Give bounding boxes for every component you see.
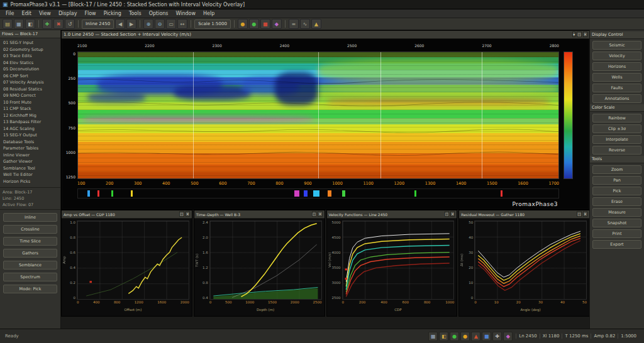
panel-window-button[interactable]: □ bbox=[179, 211, 184, 217]
flow-item[interactable]: 13 Bandpass Filter bbox=[1, 119, 59, 126]
panel-header[interactable]: Time–Depth — Well B-3 □✕ bbox=[194, 210, 325, 219]
velocity-section-heatmap[interactable] bbox=[77, 52, 559, 179]
panel-window-button[interactable]: □ bbox=[445, 211, 450, 217]
flow-item[interactable]: 15 SEG-Y Output bbox=[1, 132, 59, 139]
flow-item[interactable]: 02 Geometry Setup bbox=[1, 46, 59, 53]
status-icon-button[interactable]: ◧ bbox=[439, 332, 448, 341]
toolbar-button[interactable]: ▲ bbox=[311, 19, 321, 29]
view-mode-button[interactable]: Inline bbox=[3, 213, 57, 222]
status-icon-button[interactable]: ✚ bbox=[492, 332, 502, 341]
view-mode-button[interactable]: Spectrum bbox=[3, 273, 57, 281]
panel-window-button[interactable]: ✕ bbox=[450, 211, 455, 217]
flow-item[interactable]: 03 Trace Edits bbox=[1, 53, 59, 60]
toolbar-button[interactable]: ∿ bbox=[300, 19, 310, 29]
status-icon-button[interactable]: ● bbox=[460, 332, 470, 341]
menu-item[interactable]: Edit bbox=[18, 9, 35, 18]
layer-toggle-button[interactable]: Seismic bbox=[592, 41, 641, 50]
panel-window-button[interactable]: □ bbox=[577, 31, 582, 37]
flow-item[interactable]: Inline Viewer bbox=[1, 152, 59, 159]
chart-area[interactable] bbox=[474, 220, 587, 300]
toolbar-button[interactable]: ✖ bbox=[53, 19, 64, 29]
layer-toggle-button[interactable]: Annotations bbox=[592, 94, 641, 103]
toolbar-button[interactable]: ⊖ bbox=[155, 19, 165, 29]
view-mode-button[interactable]: Time Slice bbox=[3, 237, 57, 246]
toolbar-button[interactable]: ⊕ bbox=[143, 19, 153, 29]
menu-item[interactable]: View bbox=[35, 9, 55, 18]
tool-button[interactable]: Pan bbox=[592, 176, 641, 185]
status-icon-button[interactable]: ▦ bbox=[428, 332, 438, 341]
toolbar-button[interactable]: ≡ bbox=[289, 19, 299, 29]
flow-item[interactable]: Horizon Picks bbox=[1, 178, 59, 185]
section-panel-header[interactable]: 1.0 Line 2450 — Stacked Section + Interv… bbox=[62, 31, 589, 39]
flow-item[interactable]: 11 CMP Stack bbox=[1, 106, 59, 112]
chart-area[interactable] bbox=[342, 220, 455, 300]
color-scale-button[interactable]: Rainbow bbox=[592, 114, 641, 122]
flow-item[interactable]: Parameter Tables bbox=[1, 145, 59, 152]
panel-header[interactable]: Residual Moveout — Gather 1180 □✕ bbox=[459, 210, 589, 219]
toolbar-button[interactable]: ▤ bbox=[3, 19, 13, 29]
flow-item[interactable]: Semblance Tool bbox=[1, 165, 59, 172]
toolbar-button[interactable]: ◀ bbox=[115, 19, 125, 29]
panel-window-button[interactable]: ▾ bbox=[572, 31, 575, 37]
flow-item[interactable]: 05 Deconvolution bbox=[1, 66, 59, 73]
layer-toggle-button[interactable]: Velocity bbox=[592, 52, 641, 60]
toolbar-button[interactable]: ● bbox=[249, 19, 259, 29]
menu-item[interactable]: Options bbox=[145, 9, 172, 18]
menu-item[interactable]: Help bbox=[199, 9, 218, 18]
layer-toggle-button[interactable]: Faults bbox=[592, 84, 641, 92]
flow-item[interactable]: 07 Velocity Analysis bbox=[1, 79, 59, 86]
panel-window-button[interactable]: □ bbox=[577, 211, 582, 217]
tool-button[interactable]: Measure bbox=[592, 208, 641, 217]
toolbar-button[interactable]: ◆ bbox=[272, 19, 282, 29]
panel-window-button[interactable]: ✕ bbox=[583, 31, 587, 37]
tool-button[interactable]: Zoom bbox=[592, 165, 641, 174]
tool-button[interactable]: Snapshot bbox=[592, 219, 641, 227]
toolbar-button[interactable]: ↺ bbox=[65, 19, 75, 29]
chart-area[interactable] bbox=[209, 220, 322, 300]
tool-button[interactable]: Print bbox=[592, 229, 641, 238]
toolbar-button[interactable]: ▭ bbox=[166, 19, 176, 29]
flow-item[interactable]: Database Tools bbox=[1, 139, 59, 146]
color-scale-button[interactable]: Clip ±3σ bbox=[592, 124, 641, 133]
chart-area[interactable] bbox=[77, 220, 189, 300]
panel-header[interactable]: Amp vs Offset — CDP 1180 □✕ bbox=[62, 210, 192, 219]
toolbar-button[interactable]: ▶ bbox=[126, 19, 136, 29]
toolbar-button[interactable]: ↔ bbox=[177, 19, 187, 29]
toolbar-button[interactable]: ■ bbox=[260, 19, 270, 29]
flow-item[interactable]: 08 Residual Statics bbox=[1, 86, 59, 93]
menu-item[interactable]: Window bbox=[172, 9, 200, 18]
status-icon-button[interactable]: ■ bbox=[482, 332, 491, 341]
menu-item[interactable]: Display bbox=[55, 9, 81, 18]
toolbar-dropdown[interactable]: Scale 1:5000 bbox=[194, 19, 231, 29]
tool-button[interactable]: Erase bbox=[592, 197, 641, 206]
layer-toggle-button[interactable]: Horizons bbox=[592, 62, 641, 71]
flow-item[interactable]: 04 Elev Statics bbox=[1, 60, 59, 67]
flow-item[interactable]: 10 Front Mute bbox=[1, 99, 59, 106]
view-mode-button[interactable]: Gathers bbox=[3, 249, 57, 258]
panel-window-button[interactable]: ✕ bbox=[583, 211, 587, 217]
toolbar-button[interactable]: ● bbox=[238, 19, 248, 29]
flow-item[interactable]: 14 AGC Scaling bbox=[1, 126, 59, 133]
panel-window-button[interactable]: ✕ bbox=[186, 211, 190, 217]
tool-button[interactable]: Export bbox=[592, 240, 641, 249]
view-mode-button[interactable]: Crossline bbox=[3, 225, 57, 234]
flow-item[interactable]: Well Tie Editor bbox=[1, 172, 59, 178]
color-scale-button[interactable]: Interpolate bbox=[592, 135, 641, 144]
flow-item[interactable]: 06 CMP Sort bbox=[1, 73, 59, 80]
status-icon-button[interactable]: ● bbox=[450, 332, 459, 341]
toolbar-dropdown[interactable]: Inline 2450 bbox=[82, 19, 114, 29]
color-scale-button[interactable]: Reverse bbox=[592, 146, 641, 155]
toolbar-button[interactable]: ▦ bbox=[14, 19, 24, 29]
marker-strip[interactable] bbox=[77, 188, 559, 199]
panel-window-button[interactable]: ✕ bbox=[318, 211, 322, 217]
toolbar-button[interactable]: ✚ bbox=[42, 19, 52, 29]
view-mode-button[interactable]: Mode: Pick bbox=[3, 285, 57, 293]
flow-item[interactable]: 12 Kirchhoff Mig bbox=[1, 112, 59, 119]
menu-item[interactable]: Tools bbox=[125, 9, 145, 18]
flow-item[interactable]: 09 NMO Correct bbox=[1, 92, 59, 99]
status-icon-button[interactable]: ▲ bbox=[471, 332, 480, 341]
panel-header[interactable]: Velocity Functions — Line 2450 □✕ bbox=[327, 210, 457, 219]
flow-item[interactable]: 01 SEG-Y Input bbox=[1, 40, 59, 46]
menu-item[interactable]: Picking bbox=[100, 9, 125, 18]
toolbar-button[interactable]: ◧ bbox=[25, 19, 35, 29]
